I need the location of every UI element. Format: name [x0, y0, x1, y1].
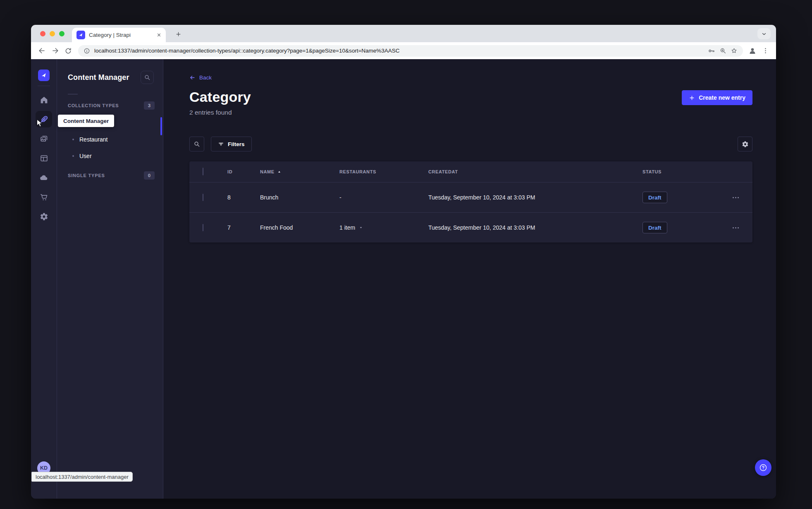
- back-link[interactable]: Back: [189, 74, 212, 81]
- back-navigation-button[interactable]: [35, 44, 48, 58]
- settings-icon[interactable]: [36, 208, 52, 225]
- cell-createdat: Tuesday, September 10, 2024 at 3:03 PM: [428, 194, 642, 201]
- bullet-icon: [72, 139, 74, 140]
- question-mark-icon: [759, 463, 768, 472]
- single-types-section-header: SINGLE TYPES 0: [57, 171, 163, 180]
- subnav-title: Content Manager: [68, 73, 129, 82]
- new-tab-button[interactable]: [173, 29, 184, 39]
- main-navigation-rail: KD: [31, 59, 57, 499]
- single-types-count-badge: 0: [144, 171, 155, 180]
- link-status-bubble: localhost:1337/admin/content-manager: [31, 472, 133, 482]
- subnav-item-restaurant[interactable]: Restaurant: [57, 131, 163, 148]
- tab-close-icon[interactable]: [156, 32, 162, 38]
- home-icon[interactable]: [36, 91, 52, 108]
- entries-count-text: 2 entries found: [189, 109, 752, 116]
- table-row[interactable]: 8 Brunch - Tuesday, September 10, 2024 a…: [189, 182, 752, 212]
- close-window-button[interactable]: [40, 31, 45, 36]
- tab-search-button[interactable]: [757, 28, 771, 39]
- filters-label: Filters: [228, 141, 245, 147]
- entries-table: ID NAME RESTAURANTS CREATEDAT STATUS 8 B…: [189, 161, 752, 242]
- back-label: Back: [199, 74, 212, 81]
- window-controls: [40, 31, 64, 36]
- strapi-logo[interactable]: [38, 70, 50, 81]
- minimize-window-button[interactable]: [50, 31, 55, 36]
- column-header-createdat[interactable]: CREATEDAT: [428, 169, 642, 174]
- reload-button[interactable]: [62, 44, 75, 58]
- table-row[interactable]: 7 French Food 1 item Tuesday, September …: [189, 212, 752, 242]
- single-types-label: SINGLE TYPES: [68, 173, 105, 178]
- cloud-icon[interactable]: [36, 169, 52, 186]
- content-type-builder-icon[interactable]: [36, 150, 52, 166]
- filters-button[interactable]: Filters: [211, 137, 252, 151]
- rail-menu: [36, 91, 52, 225]
- cell-restaurants[interactable]: 1 item: [339, 224, 428, 231]
- collection-types-section-header: COLLECTION TYPES 3: [57, 101, 163, 110]
- marketplace-icon[interactable]: [36, 189, 52, 205]
- row-checkbox[interactable]: [203, 194, 203, 201]
- address-bar[interactable]: localhost:1337/admin/content-manager/col…: [78, 45, 743, 57]
- column-header-name[interactable]: NAME: [260, 169, 339, 174]
- row-actions-menu-icon[interactable]: [729, 224, 742, 232]
- create-new-entry-label: Create new entry: [699, 94, 745, 101]
- cell-createdat: Tuesday, September 10, 2024 at 3:03 PM: [428, 224, 642, 231]
- tab-title: Category | Strapi: [89, 32, 153, 38]
- strapi-admin-app: KD Content Manager COLLECTION TYPES 3: [31, 59, 776, 499]
- row-actions-menu-icon[interactable]: [729, 194, 742, 202]
- tab-strip: Category | Strapi: [31, 25, 776, 42]
- subnav-item-label: Restaurant: [79, 136, 107, 143]
- browser-tab[interactable]: Category | Strapi: [72, 28, 166, 42]
- cell-name: French Food: [260, 224, 339, 231]
- gear-icon: [742, 141, 749, 148]
- browser-toolbar: localhost:1337/admin/content-manager/col…: [31, 42, 776, 59]
- page-title: Category: [189, 89, 251, 105]
- subnav-item-user[interactable]: User: [57, 148, 163, 164]
- status-badge: Draft: [642, 192, 667, 203]
- select-all-checkbox[interactable]: [203, 168, 203, 175]
- content-manager-tooltip: Content Manager: [58, 115, 114, 127]
- bookmark-star-icon[interactable]: [731, 47, 738, 54]
- row-checkbox[interactable]: [203, 224, 203, 231]
- media-library-icon[interactable]: [36, 130, 52, 147]
- collection-types-count-badge: 3: [144, 101, 155, 110]
- status-badge: Draft: [642, 222, 667, 233]
- table-search-button[interactable]: [189, 137, 204, 151]
- column-header-status: STATUS: [642, 169, 719, 174]
- strapi-favicon-icon: [76, 31, 85, 39]
- main-content: Back Category Create new entry 2 entries…: [163, 59, 776, 499]
- rail-divider: [38, 86, 50, 86]
- column-header-id[interactable]: ID: [227, 169, 260, 174]
- subnav-scrollbar-thumb[interactable]: [160, 117, 162, 135]
- collection-types-label: COLLECTION TYPES: [68, 103, 119, 108]
- cell-restaurants: -: [339, 194, 428, 201]
- content-manager-subnav: Content Manager COLLECTION TYPES 3 Categ…: [57, 59, 163, 499]
- content-manager-icon[interactable]: [36, 111, 52, 127]
- forward-navigation-button[interactable]: [48, 44, 62, 58]
- help-button[interactable]: [755, 459, 771, 476]
- cell-id: 7: [227, 224, 260, 231]
- url-text[interactable]: localhost:1337/admin/content-manager/col…: [94, 48, 704, 54]
- expand-relation-caret-icon: [359, 226, 363, 230]
- password-key-icon[interactable]: [708, 47, 715, 55]
- browser-window: Category | Strapi localhost:1337/admin/c…: [31, 25, 776, 499]
- cell-name: Brunch: [260, 194, 339, 201]
- column-header-restaurants[interactable]: RESTAURANTS: [339, 169, 428, 174]
- sort-ascending-icon: [277, 170, 282, 174]
- zoom-icon[interactable]: [719, 47, 726, 54]
- filter-icon: [218, 141, 224, 147]
- table-header-row: ID NAME RESTAURANTS CREATEDAT STATUS: [189, 161, 752, 182]
- cell-id: 8: [227, 194, 260, 201]
- page-info-icon[interactable]: [84, 48, 90, 54]
- subnav-item-label: User: [79, 153, 92, 159]
- subnav-search-button[interactable]: [141, 71, 154, 84]
- subnav-divider: [68, 94, 78, 94]
- bullet-icon: [72, 155, 74, 157]
- table-settings-button[interactable]: [738, 137, 752, 151]
- plus-icon: [689, 95, 695, 101]
- browser-menu-icon[interactable]: [759, 44, 772, 58]
- fullscreen-window-button[interactable]: [59, 31, 64, 36]
- back-arrow-icon: [189, 74, 196, 81]
- create-new-entry-button[interactable]: Create new entry: [682, 90, 752, 105]
- browser-profile-avatar[interactable]: [746, 45, 759, 57]
